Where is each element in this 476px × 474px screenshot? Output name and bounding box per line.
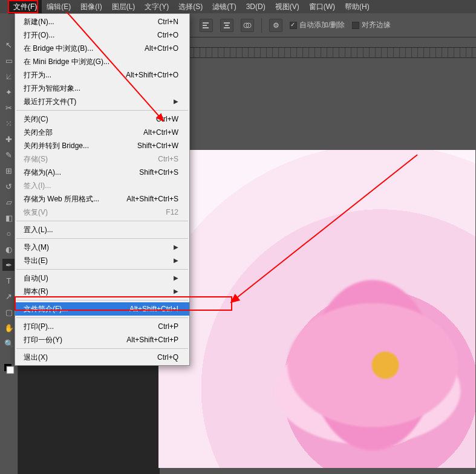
tool-eyedropper[interactable]: ⁙ (2, 117, 16, 129)
menu-item-label: 脚本(R) (24, 287, 48, 296)
tool-lasso[interactable]: ⟀ (2, 70, 16, 82)
menu-item[interactable]: 打开为智能对象... (15, 82, 189, 95)
menu-item-label: 存储为(A)... (24, 167, 61, 177)
tool-heal[interactable]: ✚ (2, 133, 16, 145)
tool-brush[interactable]: ✎ (2, 149, 16, 161)
tool-marquee[interactable]: ▭ (2, 54, 16, 67)
svg-rect-9 (7, 366, 14, 374)
path-ops-icon[interactable] (241, 19, 254, 32)
menu-item[interactable]: 存储为 Web 所用格式...Alt+Shift+Ctrl+S (15, 192, 189, 206)
menu-item-shortcut: Alt+Shift+Ctrl+P (126, 335, 178, 345)
menubar-item[interactable]: 滤镜(T) (207, 0, 241, 14)
menu-item[interactable]: 退出(X)Ctrl+Q (15, 351, 189, 364)
menu-item[interactable]: 关闭并转到 Bridge...Shift+Ctrl+W (15, 139, 189, 152)
tool-move[interactable]: ↖ (2, 39, 16, 51)
menu-item[interactable]: 置入(L)... (15, 223, 189, 236)
menubar-item[interactable]: 编辑(E) (42, 0, 76, 14)
menu-item[interactable]: 自动(U)▶ (15, 271, 189, 285)
flower-graphic (246, 238, 475, 468)
menubar-item[interactable]: 文件(F) (8, 0, 42, 14)
menubar-item[interactable]: 视图(V) (270, 0, 304, 14)
svg-rect-2 (203, 27, 209, 28)
tool-pen[interactable]: ✒ (2, 259, 16, 271)
menu-item-label: 打印(P)... (24, 322, 54, 331)
menu-item[interactable]: 存储为(A)...Shift+Ctrl+S (15, 166, 189, 179)
tool-stamp[interactable]: ⊞ (2, 164, 16, 177)
menu-item[interactable]: 新建(N)...Ctrl+N (15, 15, 189, 28)
tool-path[interactable]: ↗ (2, 290, 16, 302)
tool-blur[interactable]: ○ (2, 227, 16, 239)
menu-item[interactable]: 在 Mini Bridge 中浏览(G)... (15, 55, 189, 68)
menu-item-shortcut: Alt+Ctrl+O (145, 44, 178, 53)
menu-item-label: 文件简介(F)... (24, 304, 68, 314)
menu-item[interactable]: 脚本(R)▶ (15, 285, 189, 298)
submenu-arrow-icon: ▶ (174, 242, 178, 252)
menu-item[interactable]: 关闭(C)Ctrl+W (15, 112, 189, 126)
menu-item-label: 签入(I)... (24, 181, 51, 190)
menu-item[interactable]: 文件简介(F)...Alt+Shift+Ctrl+I (15, 302, 189, 316)
menu-item-shortcut: Shift+Ctrl+S (139, 167, 178, 177)
divider (261, 18, 262, 33)
svg-rect-3 (224, 22, 230, 24)
menubar-item[interactable]: 文字(Y) (140, 0, 174, 14)
tool-history[interactable]: ↺ (2, 180, 16, 192)
menu-item-label: 关闭全部 (24, 128, 53, 137)
tool-hand[interactable]: ✋ (2, 322, 16, 334)
submenu-arrow-icon: ▶ (174, 256, 178, 265)
menu-item[interactable]: 打开为...Alt+Shift+Ctrl+O (15, 68, 189, 82)
menubar-item[interactable]: 帮助(H) (340, 0, 374, 14)
menu-item-label: 恢复(V) (24, 207, 48, 217)
menu-item-shortcut: Alt+Shift+Ctrl+O (126, 70, 178, 80)
tool-gradient[interactable]: ◧ (2, 212, 16, 224)
menu-item[interactable]: 关闭全部Alt+Ctrl+W (15, 126, 189, 139)
menu-item: 存储(S)Ctrl+S (15, 152, 189, 166)
tool-shape[interactable]: ▢ (2, 306, 16, 318)
menu-item-label: 导入(M) (24, 242, 49, 252)
menu-item-label: 关闭并转到 Bridge... (24, 141, 89, 151)
menu-item[interactable]: 最近打开文件(T)▶ (15, 95, 189, 108)
menu-item-shortcut: Ctrl+Q (157, 352, 178, 362)
menu-item-label: 打印一份(Y) (24, 335, 62, 345)
menubar-item[interactable]: 选择(S) (174, 0, 207, 14)
menu-separator (16, 269, 188, 270)
tool-zoom[interactable]: 🔍 (2, 337, 16, 349)
menu-item[interactable]: 打印(P)...Ctrl+P (15, 320, 189, 333)
menu-item-shortcut: Ctrl+W (156, 114, 178, 124)
menu-item-label: 在 Bridge 中浏览(B)... (24, 44, 93, 53)
menu-item[interactable]: 导出(E)▶ (15, 254, 189, 267)
menu-separator (16, 348, 188, 349)
menu-item-shortcut: Ctrl+N (158, 17, 178, 27)
align-left-icon[interactable] (200, 19, 213, 32)
menubar-item[interactable]: 图像(I) (76, 0, 106, 14)
align-edges-checkbox[interactable]: 对齐边缘 (352, 20, 391, 30)
file-menu-dropdown: 新建(N)...Ctrl+N打开(O)...Ctrl+O在 Bridge 中浏览… (15, 13, 190, 366)
menubar-item[interactable]: 3D(D) (241, 1, 270, 13)
tool-type[interactable]: T (2, 274, 16, 287)
tool-eraser[interactable]: ▱ (2, 196, 16, 208)
menu-item-label: 最近打开文件(T) (24, 97, 76, 106)
menu-item[interactable]: 打开(O)...Ctrl+O (15, 28, 189, 42)
svg-rect-0 (203, 22, 209, 24)
menu-separator (16, 110, 188, 111)
tool-wand[interactable]: ✦ (2, 86, 16, 98)
menu-item[interactable]: 打印一份(Y)Alt+Shift+Ctrl+P (15, 333, 189, 346)
auto-add-delete-checkbox[interactable]: 自动添加/删除 (290, 20, 345, 30)
svg-rect-1 (203, 25, 207, 26)
menu-item-shortcut: Ctrl+S (158, 154, 178, 164)
tool-crop[interactable]: ✂ (2, 102, 16, 114)
menu-item-label: 打开为... (24, 70, 51, 80)
menu-item-label: 导出(E) (24, 256, 48, 265)
gear-icon[interactable]: ⚙ (269, 19, 282, 32)
menubar-item[interactable]: 窗口(W) (304, 0, 340, 14)
svg-rect-5 (224, 27, 230, 28)
menubar-item[interactable]: 图层(L) (107, 0, 140, 14)
color-swatch[interactable] (2, 363, 16, 375)
menu-separator (16, 221, 188, 221)
align-center-icon[interactable] (220, 19, 233, 32)
submenu-arrow-icon: ▶ (174, 287, 178, 296)
menu-item[interactable]: 在 Bridge 中浏览(B)...Alt+Ctrl+O (15, 42, 189, 55)
menu-item-label: 打开(O)... (24, 30, 54, 40)
menu-item-label: 置入(L)... (24, 225, 53, 235)
menu-item[interactable]: 导入(M)▶ (15, 241, 189, 254)
tool-dodge[interactable]: ◐ (2, 243, 16, 255)
